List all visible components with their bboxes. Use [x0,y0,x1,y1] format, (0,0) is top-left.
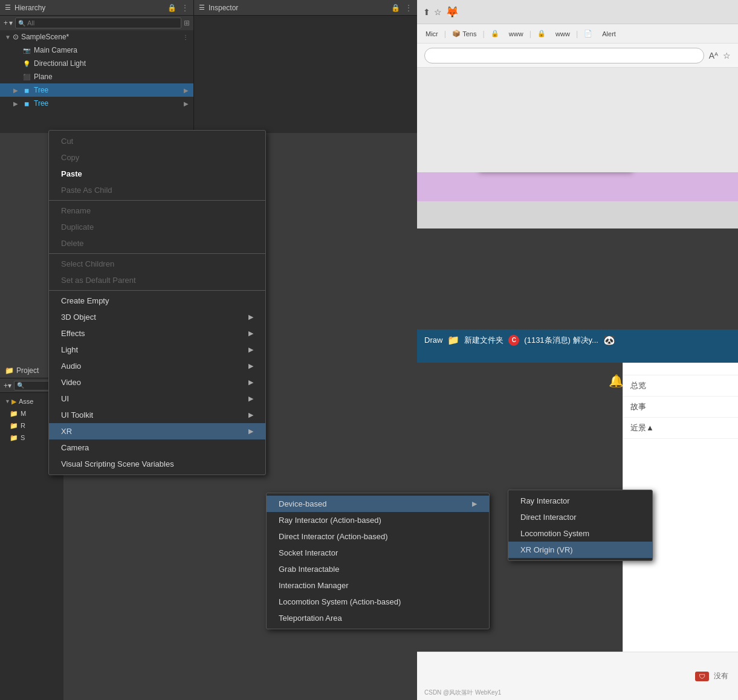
context-menu-select-children[interactable]: Select Children [49,256,265,272]
submenu-xr2-direct-interactor[interactable]: Direct Interactor [508,509,652,525]
scene-name: SampleScene* [21,33,69,41]
bookmark-alert[interactable]: Alert [598,29,620,39]
folder-icon: ▶ [11,398,16,406]
scene-menu-button[interactable]: ⋮ [183,34,189,41]
submenu-xr-locomotion-action[interactable]: Locomotion System (Action-based) [267,594,489,610]
submenu-xr2-locomotion[interactable]: Locomotion System [508,525,652,542]
hierarchy-item-tree1[interactable]: ▶ ◼ Tree ▶ [0,83,193,97]
bookmark-lock1[interactable]: 🔒 [487,28,503,39]
hierarchy-item-tree2[interactable]: ▶ ◼ Tree ▶ [0,97,193,110]
share-icon[interactable]: ⬆ [423,7,430,17]
hierarchy-toolbar: + ▾ 🔍 ⊞ [0,16,193,30]
csdn-footer: 🛡 没有 CSDN @风吹落叶 WebKey1 [417,652,738,700]
bookmark-tens[interactable]: 📦 Tens [448,28,480,39]
context-menu-audio[interactable]: Audio ▶ [49,358,265,374]
count-label: (1131条消息) 解决y... [524,335,598,346]
submenu-xr-device-based[interactable]: Device-based ▶ [267,496,489,512]
create-empty-label: Create Empty [61,296,109,305]
bookmark-lock2[interactable]: 🔒 [534,28,549,39]
context-menu-video[interactable]: Video ▶ [49,374,265,391]
context-menu-ui[interactable]: UI ▶ [49,391,265,407]
scene-item[interactable]: ▼ ⊙ SampleScene* ⋮ [0,30,193,44]
bookmark-icon[interactable]: ☆ [434,7,442,17]
dropdown-icon: ▾ [9,19,13,27]
tree1-arrow: ▶ [184,87,189,94]
cut-label: Cut [61,137,73,146]
notif-item-overview[interactable]: 总览 [623,375,738,397]
bookmark-micr[interactable]: Micr [422,29,442,39]
folder-icon-s: 📁 [10,434,18,442]
bell-icon[interactable]: 🔔 [609,374,624,388]
submenu-xr-interaction-manager[interactable]: Interaction Manager [267,577,489,594]
inspector-more-icon[interactable]: ⋮ [405,4,412,12]
lock-icon[interactable]: 🔒 [167,4,176,12]
socket-label: Socket Interactor [279,548,338,557]
context-menu-3d-object[interactable]: 3D Object ▶ [49,309,265,325]
plane-icon: ⬛ [22,72,31,82]
context-menu-delete[interactable]: Delete [49,235,265,251]
bookmark-doc[interactable]: 📄 [580,28,596,39]
hierarchy-item-main-camera[interactable]: 📷 Main Camera [0,44,193,57]
notif-item-story[interactable]: 故事 [623,397,738,418]
tree-icon: ◼ [22,85,31,95]
expand-arrow: ▶ [13,100,21,107]
submenu-xr: Device-based ▶ Ray Interactor (Action-ba… [266,493,490,629]
aa-icon[interactable]: Aᴬ [709,51,718,60]
tree2-label: Tree [34,99,48,108]
context-menu-effects[interactable]: Effects ▶ [49,325,265,342]
hierarchy-item-plane[interactable]: ⬛ Plane [0,70,193,83]
grab-label: Grab Interactable [279,565,339,574]
context-menu-ui-toolkit[interactable]: UI Toolkit ▶ [49,407,265,423]
notif-header [623,363,738,375]
submenu-xr2-ray-interactor[interactable]: Ray Interactor [508,493,652,509]
bookmark-www1[interactable]: www [505,29,527,39]
scene-icon[interactable]: ⊞ [184,19,190,27]
csdn-watermark: CSDN @风吹落叶 WebKey1 [424,689,501,697]
light-arrow: ▶ [248,346,253,354]
video-arrow: ▶ [248,378,253,386]
submenu-xr2-xr-origin[interactable]: XR Origin (VR) [508,542,652,558]
hierarchy-header-left: ☰ Hierarchy [5,4,45,12]
context-menu-xr[interactable]: XR ▶ [49,423,265,439]
bookmark-www2[interactable]: www [552,29,574,39]
context-menu-paste-as-child[interactable]: Paste As Child [49,182,265,198]
context-menu-light[interactable]: Light ▶ [49,342,265,358]
locomotion-action-label: Locomotion System (Action-based) [279,597,401,606]
overview-label: 总览 [630,381,646,390]
search-input[interactable] [27,19,178,27]
star-icon-addr[interactable]: ☆ [723,51,731,60]
context-menu-duplicate[interactable]: Duplicate [49,219,265,235]
context-menu-cut[interactable]: Cut [49,133,265,149]
submenu-xr-ray-action[interactable]: Ray Interactor (Action-based) [267,512,489,528]
context-menu-set-default-parent[interactable]: Set as Default Parent [49,272,265,288]
submenu-xr-teleportation[interactable]: Teleportation Area [267,610,489,626]
address-bar[interactable] [424,48,704,63]
www1-label: www [509,30,523,37]
xr-origin-label: XR Origin (VR) [520,545,573,554]
notif-item-scene[interactable]: 近景▲ [623,418,738,439]
context-menu-copy[interactable]: Copy [49,149,265,166]
asset-s-label: S [21,434,25,441]
hierarchy-item-directional-light[interactable]: 💡 Directional Light [0,57,193,70]
browser-gray-section [417,201,738,228]
context-menu-camera[interactable]: Camera [49,439,265,456]
search-box: 🔍 [15,18,181,28]
submenu-xr-socket[interactable]: Socket Interactor [267,545,489,561]
video-label: Video [61,378,81,387]
submenu-xr-grab[interactable]: Grab Interactable [267,561,489,577]
add-button[interactable]: + ▾ [4,19,13,27]
context-menu-paste[interactable]: Paste [49,166,265,182]
hierarchy-header: ☰ Hierarchy 🔒 ⋮ [0,0,193,16]
inspector-lock-icon[interactable]: 🔒 [391,4,400,12]
more-icon[interactable]: ⋮ [181,4,189,12]
submenu-xr-direct-action[interactable]: Direct Interactor (Action-based) [267,528,489,545]
c-icon: C [508,335,519,346]
submenu-xr2: Ray Interactor Direct Interactor Locomot… [508,490,653,561]
project-add-btn[interactable]: +▾ [4,381,11,390]
ray-action-label: Ray Interactor (Action-based) [279,516,381,525]
separator-2 [49,253,265,254]
context-menu-create-empty[interactable]: Create Empty [49,293,265,309]
context-menu-rename[interactable]: Rename [49,203,265,219]
hierarchy-menu-icon: ☰ [5,4,11,11]
context-menu-visual-scripting[interactable]: Visual Scripting Scene Variables [49,456,265,472]
